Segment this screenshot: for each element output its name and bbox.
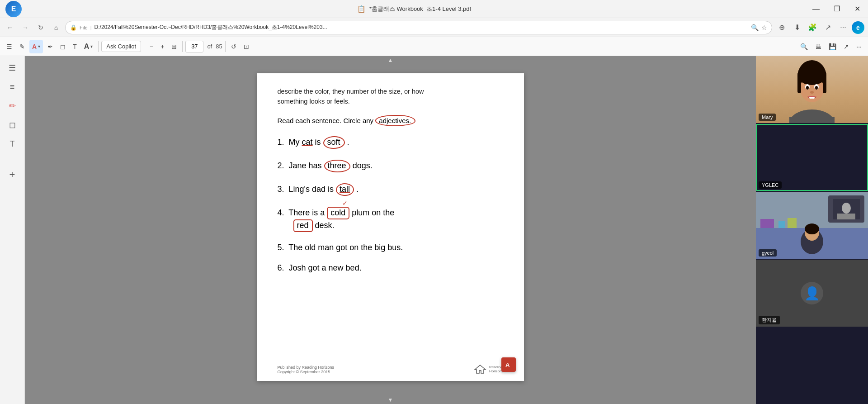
ex5-text: The old man got on the big bus. (288, 243, 403, 252)
ex2-dogs: dogs. (353, 161, 373, 170)
sidebar-add-button[interactable]: + (4, 166, 20, 183)
sidebar-icon: ☰ (6, 43, 12, 50)
extensions-button[interactable]: ⊕ (775, 21, 788, 34)
restore-button[interactable]: ❐ (826, 0, 847, 18)
exercise-1: 1. My cat is soft . (278, 136, 504, 149)
more-button[interactable]: ··· (836, 21, 850, 34)
video-panel: Mary YGLEC (756, 56, 868, 404)
extensions2-button[interactable]: 🧩 (806, 21, 819, 34)
close-button[interactable]: ✕ (847, 0, 868, 18)
exercise-6: 6. Josh got a new bed. (278, 263, 504, 273)
refresh-button[interactable]: ↻ (34, 21, 47, 34)
yglec-name-badge: YGLEC (759, 181, 782, 189)
zoom-out-button[interactable]: − (147, 40, 156, 53)
exercise-5: 5. The old man got on the big bus. (278, 243, 504, 252)
sidebar-textbox-button[interactable]: T (4, 136, 20, 152)
svg-point-4 (797, 65, 826, 85)
eraser-button[interactable]: ◻ (57, 40, 68, 53)
lock-icon: 🔒 (70, 24, 77, 31)
pdf-intro-text: describe the color, they number of the s… (278, 87, 504, 107)
ex4-there: There is a (288, 208, 327, 217)
search-pdf-button[interactable]: 🔍 (797, 40, 811, 53)
mary-face-svg (785, 56, 839, 123)
exercise-list: 1. My cat is soft . 2. Jane has three do… (278, 136, 504, 273)
pdf-file-icon: 📋 (357, 5, 366, 13)
adjectives-circled: adjectives. (375, 115, 415, 126)
ex2-number: 2. (278, 161, 287, 170)
scroll-down-arrow[interactable]: ▼ (25, 396, 756, 404)
ex1-is: is (315, 138, 323, 147)
save-pdf-button[interactable]: 💾 (826, 40, 839, 53)
textbox-button[interactable]: T (70, 40, 80, 53)
hanjiyul-name-badge: 한지율 (759, 316, 780, 324)
secondary-cam-svg (833, 199, 860, 219)
fit-page-button[interactable]: ⊞ (169, 40, 179, 53)
yglec-tile: YGLEC (756, 124, 868, 191)
ex1-number: 1. (278, 138, 287, 147)
address-bar[interactable]: 🔒 File | D:/2024/Fall%20Semester-Oct~Dec… (65, 21, 772, 34)
sidebar-nav-button[interactable]: ≡ (4, 79, 20, 95)
address-star-icon[interactable]: ☆ (761, 24, 767, 31)
publisher-name: Published by Reading Horizons (278, 365, 335, 370)
acrobat-icon[interactable]: A (501, 357, 516, 372)
pdf-footer: Published by Reading Horizons Copyright … (278, 364, 504, 374)
mary-name-badge: Mary (759, 114, 776, 121)
ex4-desk: desk. (315, 221, 335, 230)
back-button[interactable]: ← (4, 21, 16, 34)
toolbar-divider-2 (144, 41, 144, 52)
sidebar-tabs-button[interactable]: ☰ (4, 60, 20, 76)
hanjiyul-avatar: 👤 (801, 282, 823, 304)
more-pdf-button[interactable]: ··· (854, 40, 864, 53)
sidebar-highlight-button[interactable]: ✏ (4, 98, 20, 114)
home-button[interactable]: ⌂ (50, 21, 62, 34)
annotate-button[interactable]: ✎ (17, 40, 28, 53)
gyeol-name-badge: gyeol (759, 249, 777, 257)
ex1-my: My (289, 138, 302, 147)
ex2-three-circled: three (324, 160, 350, 172)
share-button[interactable]: ↗ (821, 21, 835, 34)
scroll-up-arrow[interactable]: ▲ (25, 56, 756, 64)
reading-horizons-logo: ReadingHorizons (474, 364, 504, 374)
exercise-4: 4. There is a cold ✓ plum on the red des… (278, 207, 504, 232)
ask-copilot-button[interactable]: Ask Copilot (101, 41, 141, 52)
ex3-tall-circled: tall (336, 183, 354, 196)
page-of-label: of (205, 43, 214, 50)
sidebar-toggle-button[interactable]: ☰ (4, 40, 15, 53)
highlight-dropdown-icon: ▾ (38, 44, 40, 49)
toolbar-divider-3 (182, 41, 183, 52)
exercise-2: 2. Jane has three dogs. (278, 160, 504, 172)
ex2-jane: Jane has (289, 161, 324, 170)
draw-button[interactable]: ✒ (45, 40, 56, 53)
sidebar-shape-button[interactable]: ◻ (4, 117, 20, 133)
downloads-button[interactable]: ⬇ (790, 21, 804, 34)
print-button[interactable]: 🖶 (812, 40, 824, 53)
ex3-lings: Ling's dad is (289, 185, 336, 194)
ex3-period: . (356, 185, 359, 194)
highlight-button[interactable]: A ▾ (29, 40, 43, 53)
app-icon: E (5, 0, 23, 18)
zoom-in-button[interactable]: + (158, 40, 167, 53)
font-button[interactable]: A ▾ (81, 40, 96, 53)
svg-rect-17 (760, 219, 774, 228)
pdf-instruction: Read each sentence. Circle any adjective… (278, 115, 504, 126)
secondary-cam-bg (828, 195, 864, 223)
forward-button[interactable]: → (19, 21, 32, 34)
pdf-scroll-area[interactable]: describe the color, they number of the s… (25, 64, 756, 396)
svg-rect-18 (778, 221, 785, 228)
secondary-cam-tile (828, 195, 864, 223)
minimize-button[interactable]: — (806, 0, 826, 18)
ex1-period: . (347, 138, 349, 147)
rotate-button[interactable]: ↺ (228, 40, 239, 53)
adjectives-word: adjectives. (375, 115, 415, 126)
title-bar-right: — ❐ ✕ (806, 0, 868, 18)
expand-button[interactable]: ⊡ (241, 40, 252, 53)
exercise-3: 3. Ling's dad is tall . (278, 183, 504, 196)
textbox-icon: T (73, 43, 77, 50)
svg-rect-8 (789, 117, 835, 123)
title-bar: E 📋 *홈클래스 Workbook_초1-4 Level 3.pdf — ❐ … (0, 0, 868, 18)
svg-rect-14 (809, 97, 815, 99)
share-pdf-button[interactable]: ↗ (841, 40, 852, 53)
address-search-icon[interactable]: 🔍 (751, 24, 759, 31)
page-number-input[interactable] (185, 41, 203, 52)
toolbar-divider-1 (98, 41, 99, 52)
